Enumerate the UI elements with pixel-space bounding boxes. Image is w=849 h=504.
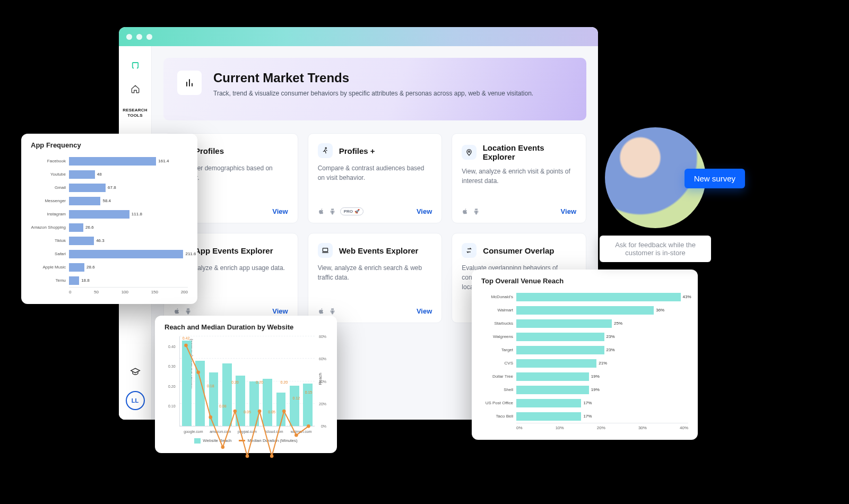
bar: [516, 346, 604, 354]
bar: [69, 157, 156, 166]
bar-value-label: 19%: [589, 372, 600, 381]
feature-card[interactable]: Profiles + Compare & contrast audiences …: [308, 133, 443, 223]
bar-category-label: Tiktok: [31, 238, 69, 243]
bar: [69, 237, 94, 245]
axis-tick: 100: [122, 290, 128, 294]
bar-row: Youtube 48: [31, 168, 188, 181]
axis-tick: 0.10: [168, 404, 176, 408]
window-titlebar: [119, 27, 598, 46]
bar-value-label: 25%: [612, 319, 622, 328]
feature-card[interactable]: Web Events Explorer View, analyze & enri…: [308, 233, 443, 323]
card-run-icon: [318, 143, 333, 158]
bar: [69, 197, 100, 205]
bar-row: Walgreens 23%: [481, 330, 688, 343]
point-label: 0.05: [261, 410, 282, 414]
axis-tick: 50: [94, 290, 99, 294]
card-title: Web Events Explorer: [339, 246, 419, 255]
bar-value-label: 67.8: [106, 184, 116, 192]
apple-icon: [174, 308, 180, 315]
axis-tick: 80%: [319, 335, 326, 338]
bar-category-label: McDonald's: [481, 294, 516, 299]
bar-row: Temu 18.8: [31, 274, 188, 287]
bar-category-label: Facebook: [31, 159, 69, 163]
point-label: 0.12: [285, 396, 307, 400]
bar-category-label: Messenger: [31, 198, 69, 203]
view-link[interactable]: View: [561, 207, 576, 215]
chart-card-venue-reach: Top Overall Venue Reach McDonald's 43% W…: [472, 270, 698, 440]
view-link[interactable]: View: [417, 307, 432, 315]
bar-value-label: 211.6: [183, 250, 196, 258]
sidebar-section-label: RESEARCH TOOLS: [119, 108, 151, 118]
sidebar-home-icon[interactable]: [131, 84, 140, 94]
chart-title: App Frequency: [31, 141, 188, 149]
feature-card[interactable]: Location Events Explorer View, analyze &…: [452, 133, 586, 223]
apple-icon: [318, 308, 325, 315]
bar-value-label: 28.6: [84, 263, 95, 272]
bar-category-label: Target: [481, 347, 516, 352]
view-link[interactable]: View: [272, 207, 288, 215]
bar-row: Shell 19%: [481, 383, 688, 396]
chart-title: Top Overall Venue Reach: [481, 277, 688, 285]
bar-value-label: 43%: [681, 293, 691, 301]
bar-row: CVS 21%: [481, 357, 688, 370]
bar-value-label: 23%: [604, 333, 615, 341]
hero-chart-icon: [177, 71, 202, 95]
card-pin-icon: [462, 145, 476, 160]
platform-icons: [318, 308, 336, 315]
graduation-cap-icon[interactable]: [130, 367, 141, 377]
window-max-dot[interactable]: [146, 34, 152, 40]
bar-row: Walmart 36%: [481, 303, 688, 317]
axis-tick: 40%: [319, 379, 326, 383]
bar-row: Gmail 67.8: [31, 181, 188, 194]
card-title: Location Events Explorer: [483, 143, 576, 161]
bar-value-label: 17%: [581, 399, 592, 407]
bar-value-label: 111.8: [129, 210, 142, 219]
platform-icons: PRO 🚀: [318, 207, 363, 215]
point-label: 0.20: [249, 380, 270, 384]
window-min-dot[interactable]: [136, 34, 142, 40]
bar: [69, 170, 95, 179]
new-survey-button[interactable]: New survey: [685, 169, 745, 188]
axis-tick: 20%: [597, 425, 605, 430]
line-series: [180, 336, 315, 471]
bar-row: Dollar Tree 19%: [481, 370, 688, 383]
bar: [516, 359, 596, 368]
android-icon: [329, 308, 336, 315]
bar-category-label: Starbucks: [481, 321, 516, 326]
point-label: 0.18: [200, 384, 221, 388]
card-description: View, analyze & enrich visit & points of…: [462, 167, 576, 186]
svg-point-5: [184, 344, 188, 347]
bar-value-label: 17%: [581, 412, 592, 421]
bar-row: Amazon Shopping 26.6: [31, 221, 188, 234]
bar: [516, 399, 581, 407]
bar-category-label: Apple Music: [31, 265, 69, 270]
bar: [516, 386, 589, 394]
apple-icon: [318, 208, 325, 215]
card-swap-icon: [462, 243, 477, 258]
bar-value-label: 46.3: [94, 237, 105, 245]
svg-point-10: [246, 454, 249, 458]
axis-tick: 0.20: [168, 384, 176, 388]
bar-category-label: Gmail: [31, 185, 69, 190]
bar-category-label: Amazon Shopping: [31, 225, 69, 230]
user-avatar[interactable]: LL: [126, 391, 145, 410]
svg-point-7: [209, 415, 212, 419]
page-title: Current Market Trends: [213, 71, 533, 85]
chart-card-app-frequency: App Frequency Facebook 161.4 Youtube 48 …: [21, 134, 197, 304]
survey-caption: Ask for feedback while the customer is i…: [600, 236, 711, 262]
window-close-dot[interactable]: [126, 34, 132, 40]
svg-point-13: [282, 410, 286, 413]
bar-row: Instagram 111.8: [31, 207, 188, 221]
view-link[interactable]: View: [272, 307, 288, 315]
card-title: Consumer Overlap: [483, 246, 554, 255]
bar: [69, 250, 183, 258]
bar: [516, 333, 604, 341]
bar-value-label: 19%: [589, 386, 600, 394]
card-title: Profiles: [195, 146, 224, 155]
survey-overlay: New survey Ask for feedback while the cu…: [600, 127, 711, 262]
bar-value-label: 26.6: [83, 223, 94, 232]
point-label: 0.08: [212, 404, 233, 408]
point-label: 0.20: [273, 380, 294, 384]
view-link[interactable]: View: [417, 207, 432, 215]
bar-row: Apple Music 28.6: [31, 260, 188, 274]
